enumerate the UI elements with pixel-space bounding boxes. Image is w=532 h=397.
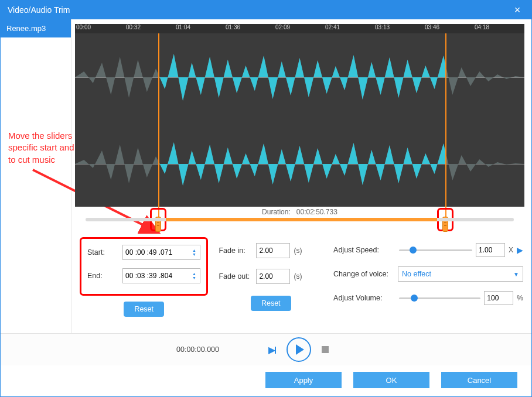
ok-button[interactable]: OK [353, 372, 429, 388]
file-tab[interactable]: Renee.mp3 [1, 19, 71, 37]
wave-selected [158, 126, 445, 202]
voice-label: Change of voice: [333, 270, 398, 278]
ruler-tick: 03:46 [425, 24, 475, 33]
waveform-timeline: 00:00 00:32 01:04 01:36 02:09 02:41 03:1… [75, 24, 524, 232]
fade-out-label: Fade out: [219, 272, 256, 280]
ruler-tick: 02:09 [275, 24, 325, 33]
end-time-input[interactable]: ▲▼ [122, 268, 200, 283]
volume-unit: % [517, 294, 523, 302]
duration-value: 00:02:50.733 [296, 208, 337, 216]
trim-start-marker[interactable] [158, 33, 159, 229]
fade-in-input[interactable] [256, 243, 290, 258]
jump-end-icon[interactable]: ▶ [268, 344, 276, 355]
down-icon[interactable]: ▼ [190, 252, 197, 256]
window-title: Video/Audio Trim [8, 5, 510, 15]
ruler-tick: 00:00 [76, 24, 126, 33]
volume-label: Adjust Volume: [333, 294, 398, 302]
sidebar: Renee.mp3 Move the sliders or set the sp… [1, 19, 71, 333]
volume-value-input[interactable] [484, 291, 513, 305]
volume-slider[interactable] [399, 293, 480, 303]
end-label: End: [87, 272, 122, 280]
fade-unit: (s) [294, 247, 302, 255]
start-label: Start: [87, 248, 122, 256]
play-button[interactable] [287, 337, 311, 362]
stop-button[interactable] [322, 346, 329, 353]
preview-speed-icon[interactable]: ▶ [517, 245, 523, 255]
reset-fade-button[interactable]: Reset [251, 296, 291, 311]
ruler-tick: 00:32 [126, 24, 176, 33]
speed-value-input[interactable] [476, 243, 505, 257]
playback-time: 00:00:00.000 [176, 345, 219, 354]
start-time-input[interactable]: ▲▼ [122, 245, 200, 260]
apply-button[interactable]: Apply [265, 372, 342, 388]
time-range-box: Start: ▲▼ End: ▲▼ [80, 237, 208, 296]
up-icon[interactable]: ▲ [190, 248, 197, 252]
up-icon[interactable]: ▲ [190, 272, 197, 276]
fade-unit: (s) [294, 272, 302, 280]
dialog-buttons: Apply OK Cancel [1, 365, 531, 395]
playback-bar: 00:00:00.000 ▶ [1, 334, 531, 365]
chevron-down-icon: ▼ [513, 271, 519, 278]
fade-in-label: Fade in: [219, 247, 256, 255]
voice-value: No effect [402, 270, 431, 278]
close-icon[interactable]: × [510, 4, 524, 16]
trim-end-marker[interactable] [445, 33, 446, 229]
reset-time-button[interactable]: Reset [124, 302, 164, 317]
play-icon [296, 344, 304, 355]
speed-unit: X [509, 246, 513, 254]
down-icon[interactable]: ▼ [190, 276, 197, 280]
ruler-tick: 02:41 [325, 24, 375, 33]
fade-out-input[interactable] [256, 269, 290, 284]
waveform-area[interactable] [75, 33, 524, 207]
speed-slider[interactable] [399, 245, 472, 255]
duration-label: Duration: [262, 208, 291, 216]
ruler-tick: 01:36 [226, 24, 275, 33]
time-ruler: 00:00 00:32 01:04 01:36 02:09 02:41 03:1… [75, 24, 524, 33]
titlebar: Video/Audio Trim × [1, 1, 531, 19]
voice-select[interactable]: No effect ▼ [398, 266, 523, 282]
ruler-tick: 01:04 [176, 24, 226, 33]
time-track[interactable]: Duration: 00:02:50.733 [82, 207, 517, 232]
ruler-tick: 03:13 [375, 24, 425, 33]
speed-label: Adjust Speed: [333, 246, 398, 254]
ruler-tick: 04:18 [475, 24, 524, 33]
cancel-button[interactable]: Cancel [441, 372, 517, 388]
wave-selected [158, 39, 445, 115]
